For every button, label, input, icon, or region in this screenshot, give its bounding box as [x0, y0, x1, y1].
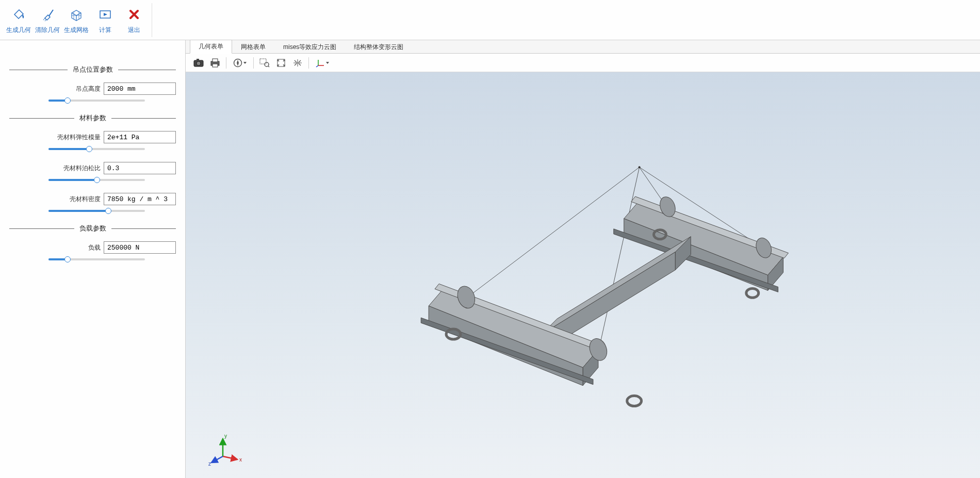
axis-triad: x y z	[208, 432, 244, 468]
clear-geometry-button[interactable]: 清除几何	[33, 3, 62, 37]
axis-triad-icon	[316, 58, 325, 68]
svg-line-18	[268, 66, 269, 67]
modulus-slider[interactable]	[48, 145, 145, 153]
printer-icon	[210, 58, 220, 68]
svg-rect-13	[213, 59, 218, 62]
param-lift-height: 吊点高度	[9, 83, 176, 95]
close-x-icon	[124, 4, 144, 25]
param-poisson: 壳材料泊松比	[9, 162, 176, 174]
section-material-title: 材料参数	[74, 113, 111, 123]
camera-icon	[193, 58, 204, 68]
axis-orientation-button[interactable]	[312, 56, 333, 70]
main-content: 几何表单 网格表单 mises等效应力云图 结构整体变形云图	[186, 40, 980, 478]
section-material: 材料参数	[9, 113, 176, 123]
param-modulus: 壳材料弹性模量	[9, 131, 176, 143]
chevron-down-icon	[243, 62, 247, 64]
svg-line-1	[43, 18, 45, 20]
density-label: 壳材料密度	[70, 195, 101, 204]
view-orientation-button[interactable]	[230, 56, 250, 70]
svg-line-40	[211, 456, 223, 463]
paint-bucket-icon	[8, 4, 29, 25]
snapshot-button[interactable]	[191, 56, 206, 70]
generate-mesh-button[interactable]: 生成网格	[62, 3, 91, 37]
zoom-window-button[interactable]	[257, 56, 272, 70]
clear-geometry-label: 清除几何	[35, 26, 60, 35]
zoom-crossing-icon	[292, 58, 303, 68]
3d-viewport[interactable]: x y z	[186, 72, 980, 478]
svg-line-38	[223, 456, 237, 459]
poisson-input[interactable]	[104, 162, 176, 174]
top-toolbar: 生成几何 清除几何	[0, 0, 980, 40]
generate-mesh-label: 生成网格	[64, 26, 89, 35]
section-lift-position: 吊点位置参数	[9, 65, 176, 74]
play-screen-icon	[95, 4, 116, 25]
section-lift-title: 吊点位置参数	[68, 65, 118, 74]
chevron-down-icon	[326, 62, 329, 64]
load-label: 负载	[88, 243, 101, 252]
exit-button[interactable]: 退出	[120, 3, 149, 37]
print-button[interactable]	[207, 56, 223, 70]
compass-icon	[233, 58, 242, 68]
compute-label: 计算	[99, 26, 111, 35]
svg-line-26	[598, 167, 640, 352]
fit-screen-icon	[276, 58, 286, 68]
zoom-selection-button[interactable]	[290, 56, 305, 70]
svg-line-25	[466, 167, 640, 298]
svg-point-10	[197, 61, 201, 65]
density-input[interactable]	[104, 193, 176, 205]
svg-point-29	[639, 166, 641, 168]
svg-point-17	[265, 62, 269, 67]
lift-height-label: 吊点高度	[76, 85, 101, 93]
generate-geometry-button[interactable]: 生成几何	[4, 3, 33, 37]
tab-geometry[interactable]: 几何表单	[190, 40, 232, 54]
param-density: 壳材料密度	[9, 193, 176, 205]
svg-rect-14	[213, 64, 218, 67]
section-load-title: 负载参数	[74, 224, 111, 233]
modulus-input[interactable]	[104, 131, 176, 143]
model-render	[186, 72, 980, 478]
svg-point-35	[627, 396, 642, 406]
lift-height-input[interactable]	[104, 83, 176, 95]
poisson-label: 壳材料泊松比	[63, 164, 101, 173]
brush-icon	[37, 4, 58, 25]
viewport-toolbar	[186, 54, 980, 72]
load-slider[interactable]	[48, 256, 145, 263]
generate-geometry-label: 生成几何	[6, 26, 31, 35]
load-input[interactable]	[104, 241, 176, 254]
lift-height-slider[interactable]	[48, 97, 145, 104]
mesh-cube-icon	[66, 4, 87, 25]
axis-x-label: x	[239, 457, 242, 463]
exit-label: 退出	[128, 26, 140, 35]
axis-y-label: y	[224, 433, 227, 439]
zoom-window-icon	[259, 58, 270, 68]
section-load: 负载参数	[9, 224, 176, 233]
svg-point-37	[746, 288, 759, 298]
svg-line-2	[45, 19, 46, 21]
param-load: 负载	[9, 241, 176, 254]
svg-rect-11	[197, 59, 199, 61]
svg-line-24	[316, 65, 318, 67]
zoom-fit-button[interactable]	[273, 56, 289, 70]
density-slider[interactable]	[48, 207, 145, 215]
modulus-label: 壳材料弹性模量	[57, 133, 101, 142]
tab-mesh[interactable]: 网格表单	[232, 40, 274, 54]
parameters-sidebar: 吊点位置参数 吊点高度 材料参数 壳材料弹性模量	[0, 40, 186, 478]
poisson-slider[interactable]	[48, 176, 145, 184]
axis-z-label: z	[208, 461, 211, 467]
svg-rect-19	[277, 59, 285, 67]
toolbar-group: 生成几何 清除几何	[4, 3, 152, 37]
svg-line-0	[49, 10, 53, 16]
tab-deformation[interactable]: 结构整体变形云图	[345, 40, 412, 54]
tab-mises[interactable]: mises等效应力云图	[274, 40, 345, 54]
view-tabs: 几何表单 网格表单 mises等效应力云图 结构整体变形云图	[186, 40, 980, 54]
compute-button[interactable]: 计算	[91, 3, 120, 37]
